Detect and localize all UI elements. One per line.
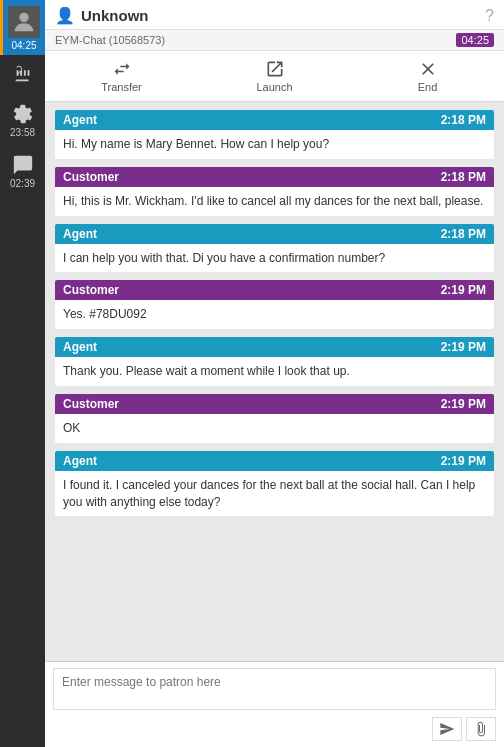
messages-area: Agent2:18 PMHi. My name is Mary Bennet. … bbox=[45, 102, 504, 661]
message-block: Agent2:19 PMThank you. Please wait a mom… bbox=[55, 337, 494, 386]
message-sender: Agent bbox=[63, 454, 97, 468]
svg-point-0 bbox=[19, 13, 28, 22]
toolbar: Transfer Launch End bbox=[45, 51, 504, 102]
sidebar-item-wave[interactable] bbox=[0, 55, 45, 95]
sidebar-active-chat[interactable]: 04:25 bbox=[0, 0, 45, 55]
end-label: End bbox=[418, 81, 438, 93]
transfer-label: Transfer bbox=[101, 81, 142, 93]
message-header-agent: Agent2:19 PM bbox=[55, 451, 494, 471]
message-sender: Customer bbox=[63, 397, 119, 411]
message-block: Customer2:18 PMHi, this is Mr. Wickham. … bbox=[55, 167, 494, 216]
message-body: Thank you. Please wait a moment while I … bbox=[55, 357, 494, 386]
message-sender: Agent bbox=[63, 340, 97, 354]
launch-label: Launch bbox=[256, 81, 292, 93]
message-sender: Customer bbox=[63, 283, 119, 297]
message-body: OK bbox=[55, 414, 494, 443]
message-time: 2:19 PM bbox=[441, 283, 486, 297]
launch-button[interactable]: Launch bbox=[198, 55, 351, 97]
end-button[interactable]: End bbox=[351, 55, 504, 97]
message-body: Hi. My name is Mary Bennet. How can I he… bbox=[55, 130, 494, 159]
chat-header: 👤 Unknown ? bbox=[45, 0, 504, 30]
avatar bbox=[8, 6, 40, 38]
message-body: Yes. #78DU092 bbox=[55, 300, 494, 329]
sidebar-item-chat[interactable]: 02:39 bbox=[0, 146, 45, 197]
chat-time-badge: 04:25 bbox=[11, 40, 36, 51]
chat-id: EYM-Chat (10568573) bbox=[55, 34, 165, 46]
message-header-agent: Agent2:18 PM bbox=[55, 224, 494, 244]
message-body: Hi, this is Mr. Wickham. I'd like to can… bbox=[55, 187, 494, 216]
chat-subheader: EYM-Chat (10568573) 04:25 bbox=[45, 30, 504, 51]
message-time: 2:18 PM bbox=[441, 170, 486, 184]
input-actions bbox=[53, 717, 496, 741]
message-block: Customer2:19 PMOK bbox=[55, 394, 494, 443]
message-body: I can help you with that. Di you have a … bbox=[55, 244, 494, 273]
help-icon[interactable]: ? bbox=[485, 7, 494, 25]
message-block: Customer2:19 PMYes. #78DU092 bbox=[55, 280, 494, 329]
message-time: 2:18 PM bbox=[441, 227, 486, 241]
main-panel: 👤 Unknown ? EYM-Chat (10568573) 04:25 Tr… bbox=[45, 0, 504, 747]
message-time: 2:19 PM bbox=[441, 454, 486, 468]
input-area bbox=[45, 661, 504, 747]
message-sender: Customer bbox=[63, 170, 119, 184]
message-input[interactable] bbox=[53, 668, 496, 710]
message-body: I found it. I canceled your dances for t… bbox=[55, 471, 494, 517]
user-icon: 👤 bbox=[55, 6, 75, 25]
attach-button[interactable] bbox=[466, 717, 496, 741]
sidebar-item-chat-time: 02:39 bbox=[10, 178, 35, 189]
send-button[interactable] bbox=[432, 717, 462, 741]
sidebar-item-cog-time: 23:58 bbox=[10, 127, 35, 138]
message-time: 2:19 PM bbox=[441, 397, 486, 411]
message-sender: Agent bbox=[63, 227, 97, 241]
message-sender: Agent bbox=[63, 113, 97, 127]
transfer-button[interactable]: Transfer bbox=[45, 55, 198, 97]
message-header-customer: Customer2:18 PM bbox=[55, 167, 494, 187]
header-time-badge: 04:25 bbox=[456, 33, 494, 47]
message-header-customer: Customer2:19 PM bbox=[55, 280, 494, 300]
message-header-agent: Agent2:19 PM bbox=[55, 337, 494, 357]
sidebar-item-cog[interactable]: 23:58 bbox=[0, 95, 45, 146]
message-block: Agent2:18 PMI can help you with that. Di… bbox=[55, 224, 494, 273]
chat-title: Unknown bbox=[81, 7, 149, 24]
chat-header-left: 👤 Unknown bbox=[55, 6, 149, 25]
message-time: 2:18 PM bbox=[441, 113, 486, 127]
sidebar: 04:25 23:58 02:39 bbox=[0, 0, 45, 747]
message-block: Agent2:18 PMHi. My name is Mary Bennet. … bbox=[55, 110, 494, 159]
message-header-customer: Customer2:19 PM bbox=[55, 394, 494, 414]
message-block: Agent2:19 PMI found it. I canceled your … bbox=[55, 451, 494, 517]
message-header-agent: Agent2:18 PM bbox=[55, 110, 494, 130]
message-time: 2:19 PM bbox=[441, 340, 486, 354]
